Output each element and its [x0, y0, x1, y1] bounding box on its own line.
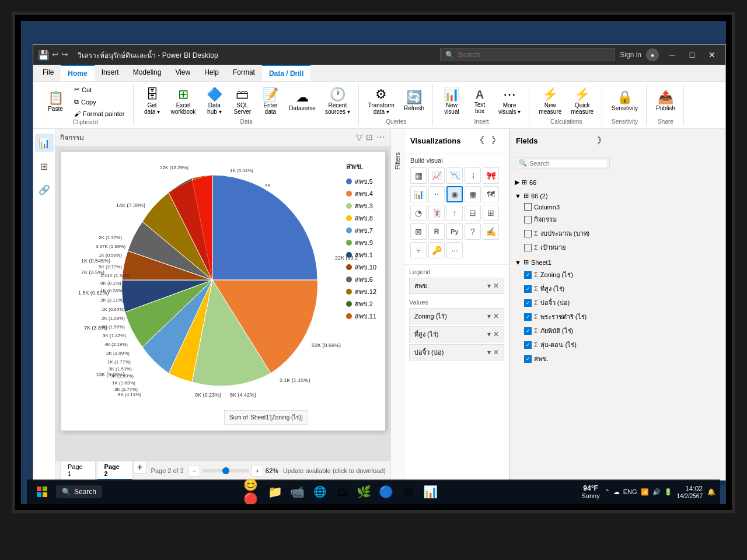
- tree-item-zoning[interactable]: ✓ Σ Zoning (ไร่): [510, 268, 615, 282]
- tree-item-royal[interactable]: ✓ Σ พระราชดำริ (ไร่): [510, 310, 615, 324]
- tree-group-66-2-header[interactable]: ▼ ⊞ 66 (2): [510, 190, 615, 201]
- recent-sources-button[interactable]: 🕐 Recentsources ▾: [322, 86, 354, 117]
- taskbar-mail-icon[interactable]: ✉: [399, 482, 418, 502]
- report-view-icon[interactable]: 📊: [35, 134, 54, 152]
- checkbox-zoning[interactable]: ✓: [524, 271, 532, 279]
- text-box-button[interactable]: A Textbox: [467, 86, 493, 117]
- transform-button[interactable]: ⚙ Transformdata ▾: [365, 86, 398, 117]
- tree-item-sphkho[interactable]: ✓ สพข.: [510, 352, 615, 366]
- checkbox-royal[interactable]: ✓: [524, 313, 532, 321]
- taskbar-search-bar[interactable]: 🔍 Search: [56, 485, 102, 498]
- minimize-button[interactable]: ─: [664, 49, 681, 61]
- viz-expand-button[interactable]: 》: [489, 134, 503, 148]
- viz-card-icon[interactable]: 🃏: [428, 205, 445, 221]
- tab-modeling[interactable]: Modeling: [126, 65, 169, 81]
- more-options-icon[interactable]: ⋯: [376, 132, 385, 142]
- user-avatar[interactable]: ●: [646, 48, 659, 61]
- filter-icon[interactable]: ▽: [356, 132, 362, 142]
- update-notice[interactable]: Update available (click to download): [283, 467, 386, 474]
- publish-button[interactable]: 📤 Publish: [652, 89, 679, 114]
- values-1-remove[interactable]: ✕: [493, 312, 499, 320]
- zoom-slider-thumb[interactable]: [222, 467, 229, 474]
- taskbar-emoji-icon[interactable]: 😊🔴: [243, 482, 263, 502]
- viz-python-icon[interactable]: Py: [446, 223, 463, 240]
- taskbar-folder-icon[interactable]: 🗂: [332, 482, 352, 502]
- viz-smart-narrative-icon[interactable]: ✍: [483, 223, 499, 240]
- viz-influencers-icon[interactable]: 🔑: [428, 242, 445, 258]
- quick-measure-button[interactable]: ⚡ Quickmeasure: [567, 86, 597, 117]
- fields-expand-button[interactable]: 》: [595, 134, 609, 148]
- fields-search-box[interactable]: 🔍: [515, 157, 610, 169]
- viz-matrix-icon[interactable]: ⊠: [410, 223, 427, 240]
- viz-area-chart-icon[interactable]: 📉: [446, 167, 463, 184]
- more-visuals-button[interactable]: ⋯ Morevisuals ▾: [495, 86, 524, 117]
- volume-icon[interactable]: 🔊: [652, 488, 661, 496]
- add-page-button[interactable]: +: [134, 461, 146, 474]
- tree-item-highland[interactable]: ✓ Σ ที่สูง (ไร่): [510, 282, 615, 296]
- cut-button[interactable]: ✂Cut: [71, 84, 128, 95]
- viz-treemap-icon[interactable]: ▦: [465, 186, 481, 202]
- viz-bar-chart-icon[interactable]: ▦: [410, 167, 427, 184]
- viz-more-icon[interactable]: ···: [446, 242, 463, 258]
- viz-map-icon[interactable]: 🗺: [483, 186, 499, 202]
- viz-pie-chart-icon[interactable]: ◉: [446, 186, 463, 202]
- tab-file[interactable]: File: [36, 65, 61, 81]
- viz-combo-icon[interactable]: ⫶: [465, 167, 481, 184]
- taskbar-teams-icon[interactable]: 📹: [288, 482, 308, 502]
- values-2-remove[interactable]: ✕: [493, 330, 499, 338]
- taskbar-pbi-icon[interactable]: 📊: [421, 482, 441, 502]
- focus-mode-icon[interactable]: ⊡: [366, 132, 373, 142]
- viz-ribbon-icon[interactable]: 🎀: [483, 167, 499, 184]
- tree-item-pond[interactable]: ✓ Σ บ่อจิ้ว (บ่อ): [510, 296, 615, 310]
- tree-group-66-header[interactable]: ▶ ⊞ 66: [510, 177, 615, 188]
- viz-kpi-icon[interactable]: ↑: [446, 205, 463, 221]
- tree-item-budget[interactable]: Σ งบประมาณ (บาท): [510, 226, 615, 240]
- clock[interactable]: 14:02 14/2/2567: [677, 485, 703, 499]
- checkbox-column3[interactable]: [524, 203, 532, 211]
- maximize-button[interactable]: □: [683, 49, 701, 61]
- tree-item-activity[interactable]: กิจกรรม: [510, 212, 615, 226]
- tree-group-sheet1-header[interactable]: ▼ ⊞ Sheet1: [510, 257, 615, 268]
- refresh-button[interactable]: 🔄 Refresh: [400, 89, 428, 114]
- viz-scatter-icon[interactable]: ⋅⋅: [428, 186, 445, 202]
- viz-decomp-icon[interactable]: ⑂: [410, 242, 427, 258]
- zoom-in-button[interactable]: +: [252, 465, 263, 477]
- checkbox-sphkho[interactable]: ✓: [524, 355, 532, 363]
- signin-label[interactable]: Sign in: [620, 51, 641, 59]
- new-measure-button[interactable]: ⚡ Newmeasure: [535, 86, 565, 117]
- tree-item-disaster[interactable]: ✓ Σ ภัยพิบัติ (ไร่): [510, 324, 615, 338]
- values-2-dropdown[interactable]: ▾: [487, 330, 491, 338]
- viz-gauge-icon[interactable]: ◔: [410, 205, 427, 221]
- search-input[interactable]: [458, 51, 603, 59]
- viz-table-icon[interactable]: ⊞: [483, 205, 499, 221]
- battery-icon[interactable]: 🔋: [664, 488, 672, 496]
- viz-waterfall-icon[interactable]: 📊: [410, 186, 427, 202]
- new-visual-button[interactable]: 📊 Newvisual: [439, 86, 465, 117]
- wifi-icon[interactable]: 📶: [641, 488, 649, 496]
- checkbox-activity[interactable]: [524, 216, 532, 223]
- table-view-icon[interactable]: ⊞: [35, 157, 54, 176]
- dataverse-button[interactable]: ☁ Dataverse: [285, 89, 319, 114]
- notifications-icon[interactable]: 🔔: [707, 488, 715, 496]
- fields-search-input[interactable]: [529, 160, 606, 167]
- tab-format[interactable]: Format: [226, 65, 262, 81]
- format-painter-button[interactable]: 🖌Format painter: [71, 108, 128, 119]
- viz-r-visual-icon[interactable]: R: [428, 223, 445, 240]
- checkbox-highland[interactable]: ✓: [524, 285, 532, 293]
- sensitivity-button[interactable]: 🔒 Sensitivity: [608, 89, 641, 114]
- data-hub-button[interactable]: 🔷 Datahub ▾: [201, 86, 227, 117]
- tab-view[interactable]: View: [168, 65, 197, 81]
- tree-item-target[interactable]: Σ เป้าหมาย: [510, 240, 615, 254]
- start-button[interactable]: [32, 481, 53, 502]
- values-3-dropdown[interactable]: ▾: [487, 348, 491, 356]
- checkbox-budget[interactable]: [524, 230, 532, 237]
- taskbar-green-icon[interactable]: 🌿: [354, 482, 374, 502]
- tab-insert[interactable]: Insert: [95, 65, 126, 81]
- taskbar-edge-icon[interactable]: 🌐: [310, 482, 330, 502]
- checkbox-disaster[interactable]: ✓: [524, 327, 532, 335]
- checkbox-lowland[interactable]: ✓: [524, 341, 532, 349]
- viz-collapse-button[interactable]: 《: [473, 134, 487, 148]
- viz-line-chart-icon[interactable]: 📈: [428, 167, 445, 184]
- taskbar-teal-icon[interactable]: 🔵: [376, 482, 396, 502]
- checkbox-target[interactable]: [524, 244, 532, 251]
